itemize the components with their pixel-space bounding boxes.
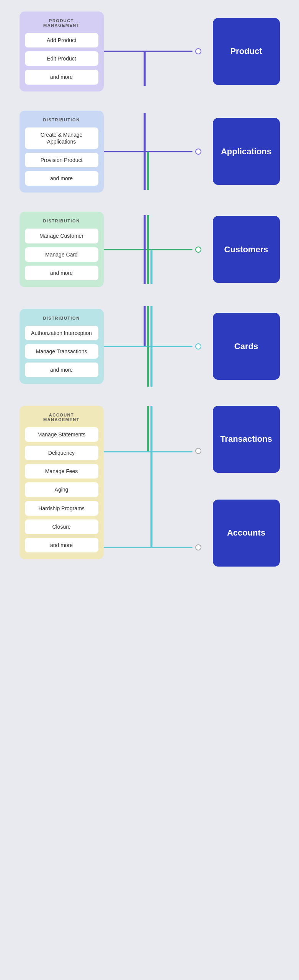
box-applications: Applications: [213, 118, 280, 185]
btn-hardship[interactable]: Hardship Programs: [25, 501, 98, 516]
connector-cards: [104, 306, 213, 387]
panel-applications: DISTRIBUTION Create & Manage Application…: [20, 111, 104, 193]
box-transactions: Transactions: [213, 406, 280, 473]
connector-applications: [104, 113, 213, 190]
connector-product: [104, 17, 213, 86]
box-cards: Cards: [213, 313, 280, 380]
label-accounts: Accounts: [227, 528, 265, 538]
row-accounts: ACCOUNT MANAGEMENT Manage Statements Del…: [20, 406, 280, 597]
btn-closure[interactable]: Closure: [25, 519, 98, 534]
panel-cards: DISTRIBUTION Authorization Interception …: [20, 309, 104, 384]
panel-product: Product Management Add Product Edit Prod…: [20, 11, 104, 91]
btn-auth-interception[interactable]: Authorization Interception: [25, 326, 98, 340]
label-product: Product: [230, 46, 262, 56]
btn-more-cards[interactable]: and more: [25, 363, 98, 377]
row-cards: DISTRIBUTION Authorization Interception …: [20, 306, 280, 387]
panel-customers: DISTRIBUTION Manage Customer Manage Card…: [20, 212, 104, 287]
btn-more-product[interactable]: and more: [25, 70, 98, 84]
label-cards: Cards: [234, 341, 258, 351]
connector-svg-accounts: [104, 406, 213, 597]
btn-manage-fees[interactable]: Manage Fees: [25, 464, 98, 479]
btn-manage-transactions[interactable]: Manage Transactions: [25, 344, 98, 359]
connector-customers: [104, 215, 213, 284]
dot-transactions: [195, 448, 201, 454]
btn-delinquency[interactable]: Deliquency: [25, 446, 98, 460]
row-applications: DISTRIBUTION Create & Manage Application…: [20, 111, 280, 193]
dot-product: [195, 48, 201, 54]
btn-more-applications[interactable]: and more: [25, 171, 98, 186]
panel-title-product: Product Management: [43, 18, 80, 28]
btn-add-product[interactable]: Add Product: [25, 33, 98, 47]
label-applications: Applications: [221, 147, 271, 157]
right-boxes: Transactions Accounts: [213, 406, 280, 567]
btn-manage-customer[interactable]: Manage Customer: [25, 229, 98, 243]
btn-create-manage[interactable]: Create & Manage Applications: [25, 127, 98, 149]
panel-title-applications: DISTRIBUTION: [43, 118, 80, 122]
label-transactions: Transactions: [220, 434, 272, 444]
btn-edit-product[interactable]: Edit Product: [25, 51, 98, 66]
row-product: Product Management Add Product Edit Prod…: [20, 11, 280, 91]
diagram-container: Product Management Add Product Edit Prod…: [8, 11, 291, 609]
panel-accounts: ACCOUNT MANAGEMENT Manage Statements Del…: [20, 406, 104, 559]
btn-manage-statements[interactable]: Manage Statements: [25, 427, 98, 442]
btn-manage-card[interactable]: Manage Card: [25, 247, 98, 262]
btn-aging[interactable]: Aging: [25, 482, 98, 497]
dot-cards: [195, 343, 201, 350]
row-customers: DISTRIBUTION Manage Customer Manage Card…: [20, 212, 280, 287]
btn-more-customers[interactable]: and more: [25, 266, 98, 280]
box-customers: Customers: [213, 216, 280, 283]
btn-provision[interactable]: Provision Product: [25, 153, 98, 167]
label-customers: Customers: [224, 245, 268, 255]
btn-more-accounts[interactable]: and more: [25, 538, 98, 552]
dot-accounts-2: [195, 544, 201, 550]
connector-accounts: [104, 406, 213, 597]
dot-customers: [195, 247, 201, 253]
panel-title-cards: DISTRIBUTION: [43, 316, 80, 320]
dot-applications: [195, 149, 201, 155]
panel-title-customers: DISTRIBUTION: [43, 219, 80, 223]
box-product: Product: [213, 18, 280, 85]
box-accounts: Accounts: [213, 500, 280, 567]
panel-title-accounts: ACCOUNT MANAGEMENT: [43, 413, 80, 422]
